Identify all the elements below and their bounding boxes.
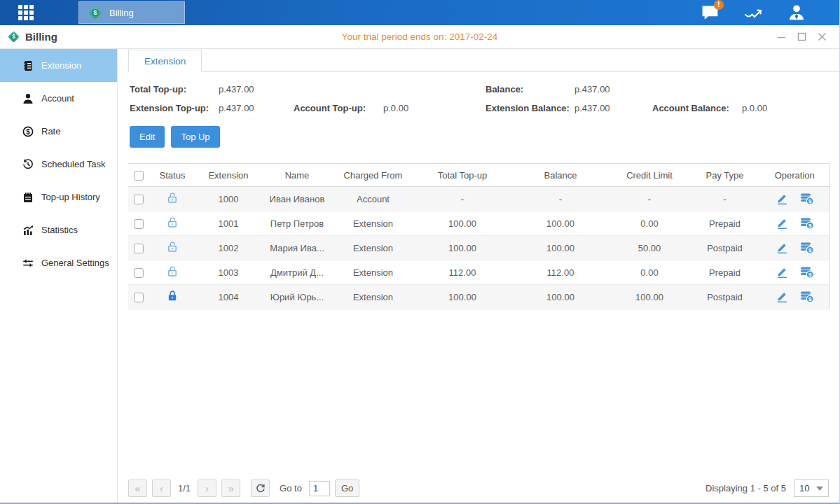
lock-open-icon	[167, 192, 178, 204]
previous-page-icon[interactable]: ‹	[152, 479, 171, 497]
cell-name: Юрий Юрь...	[261, 285, 333, 309]
main-panel: Extension Total Top-up: p.437.00 Balance…	[118, 49, 839, 503]
edit-pencil-icon[interactable]	[776, 290, 788, 303]
minimize-icon[interactable]	[776, 32, 786, 42]
billing-app-tab[interactable]: $ Billing	[78, 1, 185, 24]
sidebar-item-label: General Settings	[41, 258, 109, 268]
resource-monitor-chart-icon[interactable]	[744, 4, 762, 22]
refresh-icon[interactable]	[251, 479, 270, 497]
row-checkbox[interactable]	[134, 244, 144, 253]
sidebar-item-general-settings[interactable]: General Settings	[0, 246, 117, 279]
billing-diamond-icon: $	[88, 5, 103, 20]
cell-name: Иван Иванов	[261, 187, 333, 211]
extension-balance-label: Extension Balance:	[486, 103, 574, 113]
cell-charged-from: Extension	[333, 236, 413, 260]
column-header-name: Name	[261, 164, 333, 187]
cell-extension: 1004	[195, 285, 261, 309]
top-up-coins-icon[interactable]: $	[800, 241, 814, 254]
edit-pencil-icon[interactable]	[776, 241, 788, 254]
top-up-coins-icon[interactable]: $	[800, 217, 814, 230]
page-size-select[interactable]: 10	[794, 479, 829, 497]
balance-summary: Total Top-up: p.437.00 Balance: p.437.00…	[130, 84, 839, 113]
top-up-coins-icon[interactable]: $	[800, 290, 814, 303]
table-row: 1004 Юрий Юрь... Extension 100.00 100.00…	[128, 285, 829, 309]
account-balance-value: p.0.00	[742, 103, 839, 113]
extension-topup-value: p.437.00	[219, 103, 294, 113]
row-checkbox[interactable]	[134, 293, 144, 302]
column-header-credit-limit: Credit Limit	[610, 164, 689, 187]
edit-button[interactable]: Edit	[130, 126, 165, 148]
history-clock-icon	[22, 158, 34, 170]
person-icon	[22, 92, 34, 104]
notifications-chat-icon[interactable]: !	[701, 4, 719, 22]
tab-extension[interactable]: Extension	[128, 50, 202, 72]
cell-extension: 1001	[195, 211, 261, 236]
close-icon[interactable]	[817, 32, 827, 42]
cell-total-topup: 112.00	[413, 260, 511, 285]
svg-text:$: $	[93, 8, 97, 16]
page-indicator: 1/1	[178, 483, 191, 493]
user-account-icon[interactable]	[787, 4, 806, 22]
cell-credit-limit: 100.00	[610, 285, 689, 309]
column-header-operation: Operation	[760, 164, 829, 187]
edit-pencil-icon[interactable]	[776, 266, 788, 279]
svg-text:$: $	[808, 223, 812, 229]
bar-chart-icon	[22, 224, 34, 236]
next-page-icon[interactable]: ›	[198, 479, 216, 497]
top-up-coins-icon[interactable]: $	[800, 192, 814, 205]
top-navigation-bar: $ Billing !	[0, 0, 839, 25]
go-button[interactable]: Go	[335, 479, 359, 497]
row-checkbox[interactable]	[134, 219, 144, 229]
tab-strip: Extension	[128, 49, 839, 72]
sidebar-item-statistics[interactable]: Statistics	[0, 214, 117, 246]
row-checkbox[interactable]	[134, 195, 144, 204]
sidebar-item-label: Statistics	[41, 225, 78, 235]
sidebar-item-scheduled-task[interactable]: Scheduled Task	[0, 148, 117, 181]
billing-tab-label: Billing	[109, 8, 134, 18]
top-up-coins-icon[interactable]: $	[800, 266, 814, 279]
cell-name: Петр Петров	[261, 211, 333, 236]
notepad-icon	[22, 191, 34, 203]
cell-credit-limit: 0.00	[610, 211, 689, 236]
goto-page-input[interactable]	[309, 481, 330, 496]
select-all-checkbox[interactable]	[134, 171, 144, 181]
cell-charged-from: Extension	[333, 285, 413, 309]
total-topup-value: p.437.00	[219, 84, 294, 94]
column-header-total-topup: Total Top-up	[413, 164, 511, 187]
top-up-button[interactable]: Top Up	[171, 126, 219, 148]
cell-pay-type: Postpaid	[689, 285, 760, 309]
maximize-icon[interactable]	[797, 32, 806, 42]
sidebar-item-label: Rate	[41, 126, 60, 136]
column-header-pay-type: Pay Type	[689, 164, 760, 187]
apps-grid-icon[interactable]	[0, 0, 52, 25]
column-header-charged-from: Charged From	[333, 164, 413, 187]
cell-extension: 1003	[195, 260, 261, 285]
ledger-icon	[22, 59, 34, 71]
row-checkbox[interactable]	[134, 268, 144, 278]
app-window: $ Billing !	[0, 0, 840, 504]
lock-open-icon	[167, 265, 178, 277]
svg-text:$: $	[808, 198, 812, 204]
sidebar-item-rate[interactable]: $ Rate	[0, 115, 117, 148]
sidebar-item-extension[interactable]: Extension	[0, 49, 117, 82]
last-page-icon[interactable]: »	[221, 479, 240, 497]
column-header-extension: Extension	[195, 164, 261, 187]
cell-credit-limit: -	[610, 187, 689, 211]
table-header-row: Status Extension Name Charged From Total…	[128, 164, 829, 187]
page-title: Billing	[25, 31, 57, 43]
cell-charged-from: Account	[333, 187, 413, 211]
dollar-circle-icon: $	[22, 125, 34, 137]
sliders-icon	[22, 257, 34, 269]
cell-balance: 100.00	[511, 236, 610, 260]
edit-pencil-icon[interactable]	[776, 192, 788, 205]
cell-balance: 100.00	[511, 285, 610, 309]
trial-message: Your trial period ends on: 2017-02-24	[0, 31, 839, 42]
extension-topup-label: Extension Top-up:	[130, 103, 219, 113]
sidebar-item-topup-history[interactable]: Top-up History	[0, 181, 117, 214]
column-header-status: Status	[149, 164, 195, 187]
window-title-bar: $ Billing Your trial period ends on: 201…	[0, 25, 839, 49]
sidebar-item-account[interactable]: Account	[0, 82, 117, 115]
first-page-icon[interactable]: «	[128, 479, 147, 497]
edit-pencil-icon[interactable]	[776, 217, 788, 230]
chevron-down-icon	[816, 486, 823, 491]
